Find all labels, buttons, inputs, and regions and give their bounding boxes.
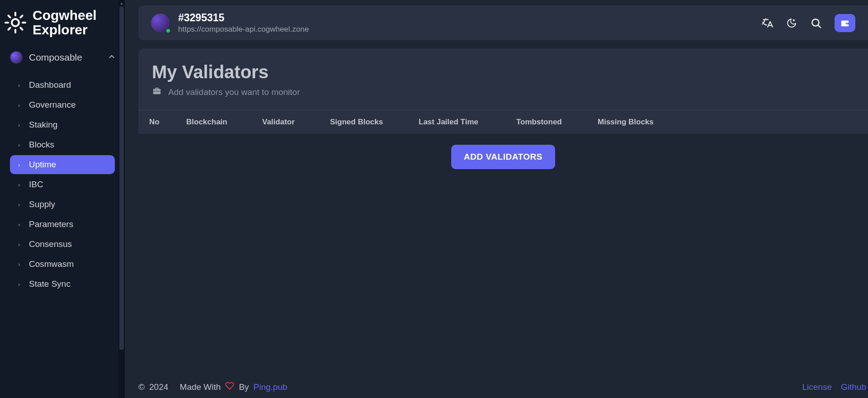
chevron-right-icon: › — [18, 181, 23, 188]
api-endpoint[interactable]: https://composable-api.cogwheel.zone — [178, 25, 309, 34]
search-icon[interactable] — [810, 17, 822, 29]
col-blockchain: Blockchain — [186, 118, 262, 127]
footer-made-with: Made With — [180, 382, 221, 392]
language-icon[interactable] — [761, 17, 773, 29]
wallet-button[interactable] — [835, 14, 855, 32]
sidebar-item-label: State Sync — [29, 279, 71, 289]
sidebar-item-label: IBC — [29, 180, 43, 190]
chevron-right-icon: › — [18, 82, 23, 89]
col-missing-blocks: Missing Blocks — [598, 118, 857, 127]
footer: © 2024 Made With By Ping.pub License Git… — [138, 381, 868, 393]
add-validators-button[interactable]: ADD VALIDATORS — [451, 145, 555, 169]
chevron-right-icon: › — [18, 122, 23, 128]
chevron-up-icon — [108, 52, 116, 62]
footer-license-link[interactable]: License — [802, 382, 832, 392]
sidebar-item-label: Parameters — [29, 219, 73, 229]
footer-author-link[interactable]: Ping.pub — [254, 382, 288, 392]
validators-card: My Validators Add validators you want to… — [138, 48, 868, 297]
footer-github-link[interactable]: Github — [841, 382, 866, 392]
col-no: No — [149, 118, 186, 127]
cogwheel-logo-icon — [5, 12, 26, 33]
col-validator: Validator — [262, 118, 330, 127]
status-online-icon — [165, 28, 171, 33]
col-last-jailed: Last Jailed Time — [419, 118, 516, 127]
sidebar-item-ibc[interactable]: › IBC — [10, 175, 115, 194]
heart-icon — [225, 381, 234, 393]
brand-line1: Cogwheel — [33, 8, 97, 23]
sidebar-item-label: Dashboard — [29, 80, 71, 90]
sidebar-item-label: Consensus — [29, 239, 72, 249]
brand-block[interactable]: Cogwheel Explorer — [0, 0, 125, 47]
topbar: #3295315 https://composable-api.cogwheel… — [138, 5, 868, 40]
svg-point-5 — [847, 23, 848, 24]
sidebar-item-supply[interactable]: › Supply — [10, 195, 115, 214]
footer-year: 2024 — [149, 382, 168, 392]
theme-toggle-icon[interactable] — [786, 17, 797, 29]
sidebar: ▲ Cogwheel Explorer Composable › — [0, 0, 125, 398]
sidebar-nav: › Dashboard › Governance › Staking › Blo… — [0, 68, 125, 301]
chevron-right-icon: › — [18, 221, 23, 228]
node-avatar-icon — [151, 14, 170, 33]
page-subtitle: Add validators you want to monitor — [168, 87, 300, 97]
svg-point-0 — [12, 19, 19, 26]
page-title: My Validators — [138, 62, 868, 86]
sidebar-item-label: Staking — [29, 120, 57, 130]
footer-by: By — [239, 382, 249, 392]
chevron-right-icon: › — [18, 241, 23, 248]
sidebar-item-label: Uptime — [29, 160, 56, 170]
sidebar-item-governance[interactable]: › Governance — [10, 95, 115, 114]
chevron-right-icon: › — [18, 102, 23, 109]
sidebar-item-label: Blocks — [29, 140, 54, 150]
sidebar-item-consensus[interactable]: › Consensus — [10, 235, 115, 254]
sidebar-item-label: Supply — [29, 199, 55, 209]
block-height: #3295315 — [178, 12, 309, 24]
sidebar-item-label: Governance — [29, 100, 76, 110]
sidebar-item-cosmwasm[interactable]: › Cosmwasm — [10, 255, 115, 274]
chevron-right-icon: › — [18, 161, 23, 168]
col-signed-blocks: Signed Blocks — [330, 118, 419, 127]
brand-line2: Explorer — [33, 23, 97, 37]
sidebar-item-label: Cosmwasm — [29, 259, 74, 269]
sidebar-scroll-track: ▲ — [118, 0, 125, 398]
svg-line-2 — [818, 25, 820, 27]
chevron-right-icon: › — [18, 142, 23, 148]
sidebar-item-blocks[interactable]: › Blocks — [10, 135, 115, 154]
sidebar-item-dashboard[interactable]: › Dashboard — [10, 76, 115, 95]
sidebar-item-state-sync[interactable]: › State Sync — [10, 275, 115, 294]
sidebar-scroll-up[interactable]: ▲ — [118, 0, 125, 6]
footer-copyright: © — [138, 382, 145, 392]
main-content: #3295315 https://composable-api.cogwheel… — [125, 0, 868, 398]
chain-name: Composable — [29, 52, 82, 63]
sidebar-item-uptime[interactable]: › Uptime — [10, 155, 115, 174]
table-header: No Blockchain Validator Signed Blocks La… — [138, 110, 868, 134]
sidebar-scroll-thumb[interactable] — [119, 6, 124, 350]
chevron-right-icon: › — [18, 281, 23, 288]
chevron-right-icon: › — [18, 261, 23, 268]
chevron-right-icon: › — [18, 201, 23, 208]
sidebar-item-staking[interactable]: › Staking — [10, 115, 115, 134]
briefcase-icon — [152, 86, 162, 98]
table-body: ADD VALIDATORS — [138, 134, 868, 297]
sidebar-item-parameters[interactable]: › Parameters — [10, 215, 115, 234]
col-tombstoned: Tombstoned — [516, 118, 598, 127]
chain-selector[interactable]: Composable — [0, 47, 125, 68]
chain-avatar-icon — [10, 51, 23, 64]
